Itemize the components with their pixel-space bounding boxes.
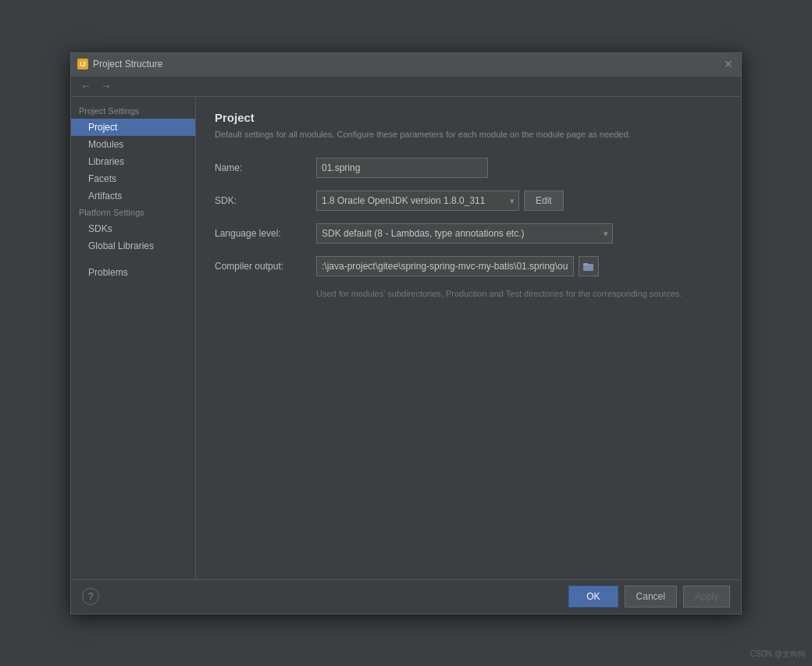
nav-bar: ← → [71,77,741,97]
compiler-output-row: Compiler output: [215,256,722,276]
footer-right: OK Cancel Apply [568,586,730,607]
sdk-label: SDK: [215,195,316,206]
footer-left: ? [82,588,99,605]
compiler-output-controls [316,256,599,276]
help-button[interactable]: ? [82,588,99,605]
sdk-select-wrapper: 1.8 Oracle OpenJDK version 1.8.0_311 [316,191,519,211]
sidebar-item-libraries[interactable]: Libraries [71,153,195,170]
sidebar-item-facets[interactable]: Facets [71,170,195,187]
ok-button[interactable]: OK [568,586,618,607]
panel-description: Default settings for all modules. Config… [215,129,722,141]
language-level-select[interactable]: SDK default (8 - Lambdas, type annotatio… [316,223,613,244]
sidebar: Project Settings Project Modules Librari… [71,97,196,579]
sdk-controls: 1.8 Oracle OpenJDK version 1.8.0_311 Edi… [316,191,564,211]
close-button[interactable]: ✕ [722,58,735,70]
apply-button[interactable]: Apply [683,586,730,607]
project-settings-section-label: Project Settings [71,103,195,119]
watermark: CSDN @文狗狗 [750,649,806,660]
sidebar-item-problems[interactable]: Problems [71,264,195,281]
back-button[interactable]: ← [77,78,94,94]
app-icon: IJ [77,59,88,69]
sidebar-item-project[interactable]: Project [71,119,195,136]
sidebar-item-global-libraries[interactable]: Global Libraries [71,237,195,255]
svg-rect-1 [583,263,588,265]
sidebar-item-sdks[interactable]: SDKs [71,220,195,237]
content-area: Project Settings Project Modules Librari… [71,97,741,579]
compiler-hint: Used for modules' subdirectories, Produc… [316,289,722,298]
folder-icon [583,262,594,271]
forward-button[interactable]: → [98,78,115,94]
language-level-label: Language level: [215,228,316,239]
footer: ? OK Cancel Apply [71,579,741,614]
project-structure-dialog: IJ Project Structure ✕ ← → Project Setti… [70,52,742,614]
sdk-row: SDK: 1.8 Oracle OpenJDK version 1.8.0_31… [215,191,722,211]
sdk-edit-button[interactable]: Edit [524,191,564,211]
main-panel: Project Default settings for all modules… [196,97,741,579]
panel-title: Project [215,111,722,124]
name-label: Name: [215,162,316,173]
sidebar-item-modules[interactable]: Modules [71,136,195,153]
language-level-select-wrapper: SDK default (8 - Lambdas, type annotatio… [316,223,613,244]
cancel-button[interactable]: Cancel [625,586,677,607]
sdk-select[interactable]: 1.8 Oracle OpenJDK version 1.8.0_311 [316,191,519,211]
title-bar-left: IJ Project Structure [77,59,162,69]
language-level-row: Language level: SDK default (8 - Lambdas… [215,223,722,244]
compiler-output-input[interactable] [316,256,574,276]
name-input[interactable] [316,158,488,178]
platform-settings-section-label: Platform Settings [71,205,195,220]
dialog-title: Project Structure [93,59,162,69]
sidebar-item-artifacts[interactable]: Artifacts [71,187,195,205]
title-bar: IJ Project Structure ✕ [71,53,741,77]
name-row: Name: [215,158,722,178]
compiler-output-browse-button[interactable] [579,256,599,276]
compiler-output-label: Compiler output: [215,261,316,272]
